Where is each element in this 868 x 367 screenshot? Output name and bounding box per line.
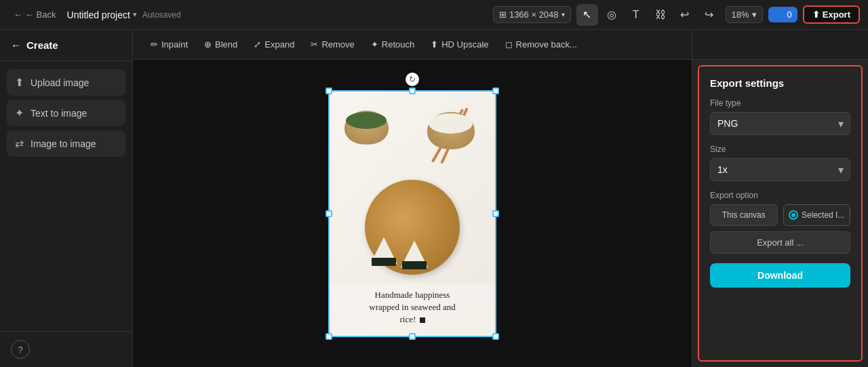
shapes-tool[interactable]: ◎ [601,4,623,26]
project-title[interactable]: Untitled project ▾ [67,9,137,20]
export-option-label: Export option [710,191,850,200]
file-type-select-wrapper[interactable]: PNG JPG SVG PDF ▾ [710,112,850,135]
hd-upscale-button[interactable]: ⬆ HD Upscale [424,35,495,54]
project-dropdown-icon: ▾ [133,10,137,19]
handle-top-left[interactable] [326,88,332,94]
dimensions-dropdown-icon: ▾ [561,11,565,18]
sidebar-footer: ? [0,331,132,367]
this-canvas-option[interactable]: This canvas [710,204,778,226]
canvas-body[interactable]: ↻ [133,60,692,367]
help-button[interactable]: ? [11,340,30,359]
inpaint-label: Inpaint [161,39,188,50]
size-select-wrapper[interactable]: 0.5x 1x 2x 3x 4x ▾ [710,158,850,181]
text-to-image-icon: ✦ [15,107,24,119]
export-all-wrapper: Export all ... [710,231,850,254]
undo-tool[interactable]: ↩ [674,4,696,26]
handle-top-right[interactable] [492,88,499,94]
nori-2 [402,261,427,269]
bowl-rice [427,112,475,149]
size-select[interactable]: 0.5x 1x 2x 3x 4x [710,158,850,181]
text-line-2: wrapped in seaweed and [369,302,455,312]
image-to-image-icon: ⇄ [15,137,24,150]
nori-1 [372,258,396,266]
remove-icon: ✂ [311,39,318,50]
remove-back-icon: ◻ [505,39,513,50]
export-option-field: Export option This canvas Selected I... … [710,191,850,254]
text-line-1: Handmade happiness [375,290,450,300]
retouch-label: Retouch [382,39,414,50]
expand-button[interactable]: ⤢ Expand [247,35,301,54]
sidebar-item-text-to-image-label: Text to image [31,108,87,119]
retouch-icon: ✦ [371,39,378,50]
topbar-right: 18% ▾ 👤 0 ⬆ Export [726,5,860,24]
sidebar-item-upload-image-label: Upload image [31,77,89,88]
inpaint-icon: ✏ [151,39,158,50]
resize-icon: ⊞ [499,9,507,20]
help-icon: ? [18,345,22,355]
download-label: Download [757,270,803,281]
remove-back-button[interactable]: ◻ Remove back... [498,35,584,54]
selected-option[interactable]: Selected I... [783,204,851,226]
zoom-value: 18% [732,9,749,20]
remove-label: Remove [321,39,354,50]
back-arrow-icon: ← [14,9,22,20]
sidebar-item-upload-image[interactable]: ⬆ Upload image [7,69,125,96]
bowl-rice-top [429,113,473,134]
upload-image-icon: ⬆ [15,76,24,89]
export-button[interactable]: ⬆ Export [803,5,860,24]
sidebar: ← Create ⬆ Upload image ✦ Text to image … [0,30,133,367]
blend-button[interactable]: ⊕ Blend [197,35,244,54]
canvas-image[interactable]: Handmade happiness wrapped in seaweed an… [330,92,495,336]
select-tool[interactable]: ↖ [576,4,598,26]
canvas-text-overlay[interactable]: Handmade happiness wrapped in seaweed an… [330,284,495,336]
expand-label: Expand [264,39,294,50]
export-panel: Export settings File type PNG JPG SVG PD… [692,30,868,367]
handle-bottom-left[interactable] [326,333,332,340]
redo-tool[interactable]: ↪ [698,4,720,26]
back-button[interactable]: ← ← Back [8,7,62,22]
canvas-toolbar: ✏ Inpaint ⊕ Blend ⤢ Expand ✂ Remove ✦ Re… [133,30,692,60]
export-label: Export [823,9,850,20]
inpaint-button[interactable]: ✏ Inpaint [144,35,195,54]
handle-mid-right[interactable] [492,210,499,217]
export-all-label: Export all ... [757,237,804,248]
handle-bottom-mid[interactable] [409,333,416,340]
blend-label: Blend [215,39,237,50]
zoom-control[interactable]: 18% ▾ [726,6,763,23]
export-settings: Export settings File type PNG JPG SVG PD… [698,65,863,362]
remove-button[interactable]: ✂ Remove [304,35,361,54]
hd-upscale-label: HD Upscale [441,39,488,50]
download-button[interactable]: Download [710,263,850,288]
export-icon: ⬆ [812,9,820,20]
export-panel-toolbar [692,30,868,60]
text-tool[interactable]: T [625,4,647,26]
file-type-select[interactable]: PNG JPG SVG PDF [710,112,850,135]
dimensions-value: 1366 × 2048 [509,9,559,20]
zoom-dropdown-icon: ▾ [752,9,757,20]
sidebar-item-image-to-image[interactable]: ⇄ Image to image [7,130,125,157]
canvas-area: ✏ Inpaint ⊕ Blend ⤢ Expand ✂ Remove ✦ Re… [133,30,692,367]
retouch-button[interactable]: ✦ Retouch [364,35,421,54]
handle-top-mid[interactable] [409,88,416,94]
collab-button[interactable]: 👤 0 [768,7,797,22]
handle-mid-left[interactable] [326,210,332,217]
tool-buttons: ↖ ◎ T ⛓ ↩ ↪ [576,4,720,26]
rotate-handle[interactable]: ↻ [406,73,419,86]
dimensions-selector[interactable]: ⊞ 1366 × 2048 ▾ [493,6,571,23]
create-icon: ← [11,39,21,51]
collab-icon: 👤 [774,9,785,20]
text-cursor [420,317,425,323]
this-canvas-label: This canvas [722,210,766,220]
link-tool[interactable]: ⛓ [650,4,671,26]
selected-label: Selected I... [802,210,844,220]
topbar: ← ← Back Untitled project ▾ Autosaved ⊞ … [0,0,868,30]
export-option-row: This canvas Selected I... [710,204,850,226]
hd-upscale-icon: ⬆ [431,39,438,50]
sidebar-item-image-to-image-label: Image to image [31,138,96,149]
create-label: Create [26,39,58,51]
handle-bottom-right[interactable] [492,333,499,340]
sidebar-item-text-to-image[interactable]: ✦ Text to image [7,100,125,126]
canvas-image-wrapper[interactable]: ↻ [330,92,495,336]
bowl-green-top [346,112,387,129]
export-all-button[interactable]: Export all ... [710,231,850,254]
